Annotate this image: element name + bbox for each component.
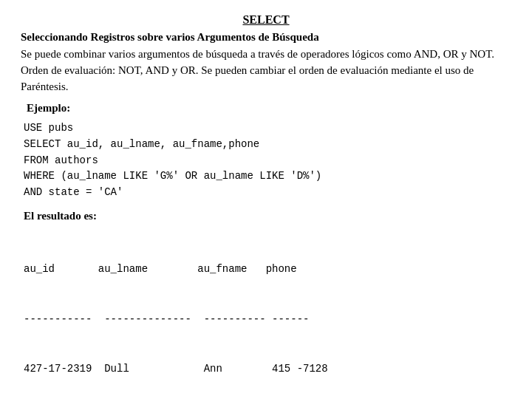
- example-label: Ejemplo:: [27, 102, 511, 115]
- section-heading: Seleccionando Registros sobre varios Arg…: [21, 31, 511, 44]
- table-row: 427-17-2319 Dull Ann 415 -7128: [24, 361, 511, 377]
- code-block: USE pubs SELECT au_id, au_lname, au_fnam…: [24, 120, 511, 200]
- result-label: El resultado es:: [24, 210, 511, 222]
- result-table: au_id au_lname au_fname phone ----------…: [24, 228, 511, 399]
- body-paragraph: Se puede combinar varios argumentos de b…: [21, 47, 511, 95]
- page-title: SELECT: [21, 13, 511, 27]
- table-divider-row: ----------- -------------- ---------- --…: [24, 311, 511, 327]
- table-header-row: au_id au_lname au_fname phone: [24, 261, 511, 277]
